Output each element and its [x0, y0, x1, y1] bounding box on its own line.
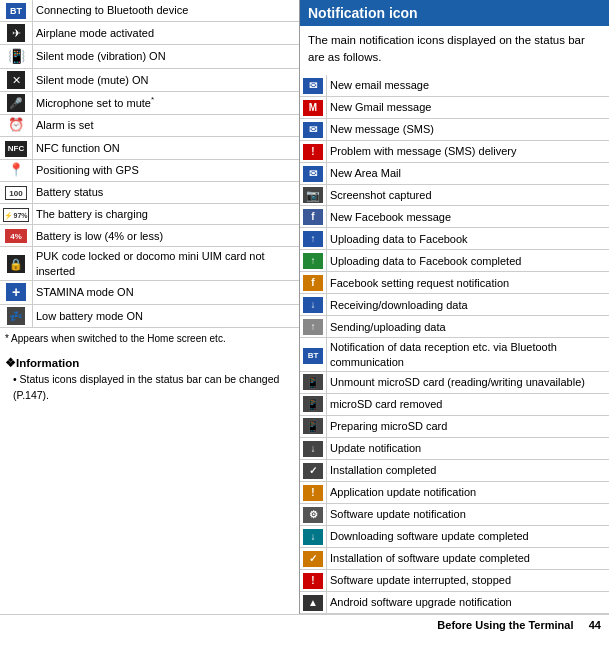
notif-icon-cell: M [300, 96, 327, 118]
status-text-cell: Battery is low (4% or less) [33, 225, 300, 247]
notif-icon: ! [303, 485, 323, 501]
status-icon-cell: ✕ [0, 68, 33, 91]
notif-icon-cell: ! [300, 481, 327, 503]
notif-icon: ✉ [303, 122, 323, 138]
notif-text-cell: Notification of data reception etc. via … [327, 338, 610, 372]
notif-icon: ↓ [303, 297, 323, 313]
status-text-cell: Battery status [33, 181, 300, 203]
notif-text-cell: Problem with message (SMS) delivery [327, 140, 610, 162]
notif-text-cell: Preparing microSD card [327, 415, 610, 437]
notif-text-cell: Android software upgrade notification [327, 591, 610, 613]
notification-header-title: Notification icon [308, 5, 418, 21]
notif-text-cell: Software update interrupted, stopped [327, 569, 610, 591]
notif-text-cell: New message (SMS) [327, 118, 610, 140]
status-text-cell: Alarm is set [33, 114, 300, 136]
notif-row: ✉New message (SMS) [300, 118, 609, 140]
notif-icon: f [303, 275, 323, 291]
notif-row: ✓Installation completed [300, 459, 609, 481]
status-icon-cell: 100 [0, 181, 33, 203]
notif-icon-cell: 📱 [300, 393, 327, 415]
status-row: ⚡97%The battery is charging [0, 203, 299, 225]
notif-icon: 📱 [303, 374, 323, 390]
status-row: 📳Silent mode (vibration) ON [0, 45, 299, 69]
notif-row: ↓Downloading software update completed [300, 525, 609, 547]
status-icon-cell: 💤 [0, 304, 33, 327]
notif-row: ↓Receiving/downloading data [300, 294, 609, 316]
status-icon: 100 [5, 186, 27, 200]
notif-icon: ↑ [303, 253, 323, 269]
status-text-cell: Low battery mode ON [33, 304, 300, 327]
page-footer: Before Using the Terminal 44 [0, 614, 609, 635]
notif-row: ⚙Software update notification [300, 503, 609, 525]
footnote: * Appears when switched to the Home scre… [0, 328, 299, 350]
notif-row: !Software update interrupted, stopped [300, 569, 609, 591]
notif-icon-cell: ↓ [300, 294, 327, 316]
notif-icon-cell: f [300, 206, 327, 228]
notif-icon-cell: ✉ [300, 118, 327, 140]
notif-row: BTNotification of data reception etc. vi… [300, 338, 609, 372]
notif-icon-cell: ↑ [300, 250, 327, 272]
notification-desc-text: The main notification icons displayed on… [308, 34, 585, 63]
notif-row: 📱Preparing microSD card [300, 415, 609, 437]
notif-text-cell: Unmount microSD card (reading/writing un… [327, 371, 610, 393]
status-icon: NFC [5, 141, 27, 157]
notif-icon-cell: 📱 [300, 415, 327, 437]
status-row: 🔒PUK code locked or docomo mini UIM card… [0, 247, 299, 281]
notif-icon-cell: 📷 [300, 184, 327, 206]
notification-header: Notification icon [300, 0, 609, 26]
notif-icon: ↑ [303, 231, 323, 247]
notif-icon: 📱 [303, 418, 323, 434]
status-row: ⏰Alarm is set [0, 114, 299, 136]
notif-text-cell: Uploading data to Facebook [327, 228, 610, 250]
notif-row: ▲Android software upgrade notification [300, 591, 609, 613]
notif-icon: ▲ [303, 595, 323, 611]
notif-icon-cell: f [300, 272, 327, 294]
notif-row: ✉New Area Mail [300, 162, 609, 184]
notif-text-cell: New Gmail message [327, 96, 610, 118]
notif-text-cell: Update notification [327, 437, 610, 459]
notif-text-cell: Facebook setting request notification [327, 272, 610, 294]
status-icon: 📍 [8, 162, 24, 177]
status-icon: 💤 [7, 307, 25, 325]
notif-row: MNew Gmail message [300, 96, 609, 118]
status-row: 💤Low battery mode ON [0, 304, 299, 327]
notif-text-cell: Software update notification [327, 503, 610, 525]
notif-row: fNew Facebook message [300, 206, 609, 228]
notif-icon-cell: ! [300, 140, 327, 162]
notif-icon: ⚙ [303, 507, 323, 523]
status-row: 🎤Microphone set to mute* [0, 91, 299, 114]
info-bullet: • Status icons displayed in the status b… [5, 372, 294, 404]
notif-row: ✓Installation of software update complet… [300, 547, 609, 569]
status-text-cell: Positioning with GPS [33, 159, 300, 181]
status-icon: + [6, 283, 26, 301]
notif-row: ↑Uploading data to Facebook [300, 228, 609, 250]
notification-description: The main notification icons displayed on… [300, 26, 609, 75]
notif-text-cell: Uploading data to Facebook completed [327, 250, 610, 272]
status-icon: 📳 [8, 48, 25, 64]
notif-row: fFacebook setting request notification [300, 272, 609, 294]
status-text-cell: Connecting to Bluetooth device [33, 0, 300, 22]
left-column: BTConnecting to Bluetooth device✈Airplan… [0, 0, 300, 614]
status-icon: ✈ [7, 24, 25, 42]
status-icon: ✕ [7, 71, 25, 89]
notification-icons-table: ✉New email messageMNew Gmail message✉New… [300, 75, 609, 614]
notif-text-cell: Application update notification [327, 481, 610, 503]
status-icon-cell: 🎤 [0, 91, 33, 114]
notif-row: !Application update notification [300, 481, 609, 503]
status-text-cell: STAMINA mode ON [33, 280, 300, 304]
status-icon: 4% [5, 229, 27, 243]
info-title: ❖Information [5, 355, 294, 372]
status-icon-cell: 📍 [0, 159, 33, 181]
notif-icon: ✉ [303, 78, 323, 94]
notif-icon: ! [303, 573, 323, 589]
notif-icon-cell: ↓ [300, 525, 327, 547]
notif-text-cell: Receiving/downloading data [327, 294, 610, 316]
status-text-cell: NFC function ON [33, 136, 300, 159]
info-section: ❖Information • Status icons displayed in… [0, 350, 299, 409]
notif-icon-cell: 📱 [300, 371, 327, 393]
notif-text-cell: New Area Mail [327, 162, 610, 184]
notif-icon: 📷 [303, 187, 323, 203]
status-text-cell: PUK code locked or docomo mini UIM card … [33, 247, 300, 281]
notif-row: 📱Unmount microSD card (reading/writing u… [300, 371, 609, 393]
notif-icon: BT [303, 348, 323, 364]
